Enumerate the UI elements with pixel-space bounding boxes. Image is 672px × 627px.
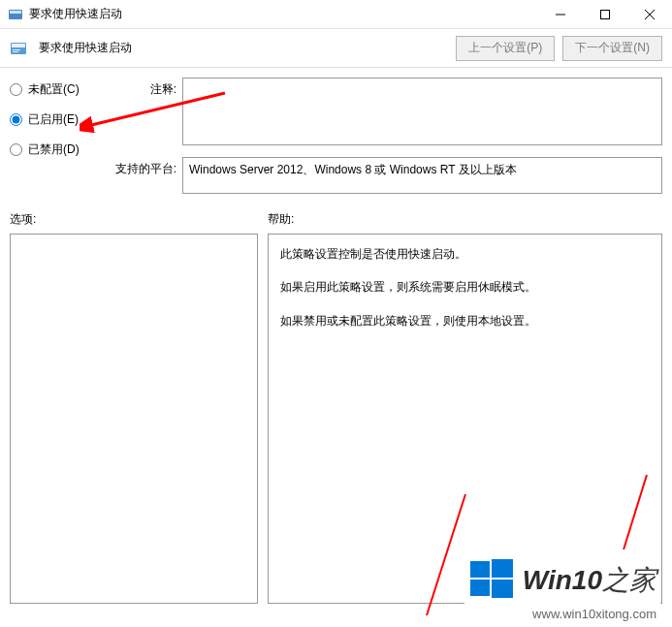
minimize-button[interactable] bbox=[538, 0, 583, 28]
watermark: Win10之家 www.win10xitong.com bbox=[464, 549, 660, 623]
comment-label: 注释: bbox=[109, 78, 176, 98]
next-setting-button[interactable]: 下一个设置(N) bbox=[562, 36, 662, 61]
options-panel bbox=[10, 234, 258, 604]
previous-setting-button[interactable]: 上一个设置(P) bbox=[456, 36, 555, 61]
radio-not-configured-input[interactable] bbox=[10, 83, 22, 96]
help-panel: 此策略设置控制是否使用快速启动。 如果启用此策略设置，则系统需要启用休眠模式。 … bbox=[268, 234, 662, 604]
watermark-url: www.win10xitong.com bbox=[468, 607, 656, 621]
radio-disabled-input[interactable] bbox=[10, 143, 22, 156]
config-area: 未配置(C) 已启用(E) 已禁用(D) 注释: 支持的平台: Windows … bbox=[0, 68, 672, 194]
close-button[interactable] bbox=[627, 0, 672, 28]
toolbar: 要求使用快速启动 上一个设置(P) 下一个设置(N) bbox=[0, 29, 672, 68]
window-title: 要求使用快速启动 bbox=[29, 6, 538, 22]
svg-rect-3 bbox=[601, 10, 610, 18]
radio-not-configured-label: 未配置(C) bbox=[28, 81, 80, 98]
platforms-label: 支持的平台: bbox=[109, 157, 176, 177]
radio-enabled[interactable]: 已启用(E) bbox=[10, 111, 103, 128]
window-controls bbox=[538, 0, 672, 28]
supported-platforms-text: Windows Server 2012、Windows 8 或 Windows … bbox=[189, 163, 517, 176]
help-paragraph: 如果禁用或未配置此策略设置，则使用本地设置。 bbox=[280, 311, 650, 330]
state-radio-group: 未配置(C) 已启用(E) 已禁用(D) bbox=[10, 78, 103, 158]
help-paragraph: 如果启用此策略设置，则系统需要启用休眠模式。 bbox=[280, 277, 650, 297]
help-label: 帮助: bbox=[268, 211, 294, 228]
window-titlebar: 要求使用快速启动 bbox=[0, 0, 672, 29]
radio-disabled[interactable]: 已禁用(D) bbox=[10, 141, 103, 158]
supported-platforms-box: Windows Server 2012、Windows 8 或 Windows … bbox=[182, 157, 662, 194]
svg-rect-13 bbox=[470, 561, 490, 578]
svg-rect-1 bbox=[10, 11, 21, 14]
svg-rect-15 bbox=[470, 580, 490, 596]
options-label: 选项: bbox=[10, 211, 258, 228]
section-labels: 选项: 帮助: bbox=[0, 194, 672, 234]
help-paragraph: 此策略设置控制是否使用快速启动。 bbox=[280, 244, 650, 264]
radio-not-configured[interactable]: 未配置(C) bbox=[10, 81, 103, 98]
policy-icon bbox=[10, 40, 27, 57]
radio-enabled-label: 已启用(E) bbox=[28, 111, 79, 128]
svg-rect-9 bbox=[13, 51, 18, 52]
toolbar-title: 要求使用快速启动 bbox=[39, 40, 448, 56]
watermark-brand: Win10之家 bbox=[523, 562, 656, 599]
windows-logo-icon bbox=[468, 555, 515, 605]
window-app-icon bbox=[8, 7, 23, 22]
svg-rect-16 bbox=[492, 580, 513, 598]
svg-rect-14 bbox=[492, 559, 513, 578]
svg-rect-7 bbox=[12, 44, 25, 47]
maximize-button[interactable] bbox=[583, 0, 627, 28]
svg-rect-8 bbox=[13, 49, 20, 50]
radio-disabled-label: 已禁用(D) bbox=[28, 141, 80, 158]
radio-enabled-input[interactable] bbox=[10, 113, 22, 126]
comment-textarea[interactable] bbox=[182, 78, 662, 145]
